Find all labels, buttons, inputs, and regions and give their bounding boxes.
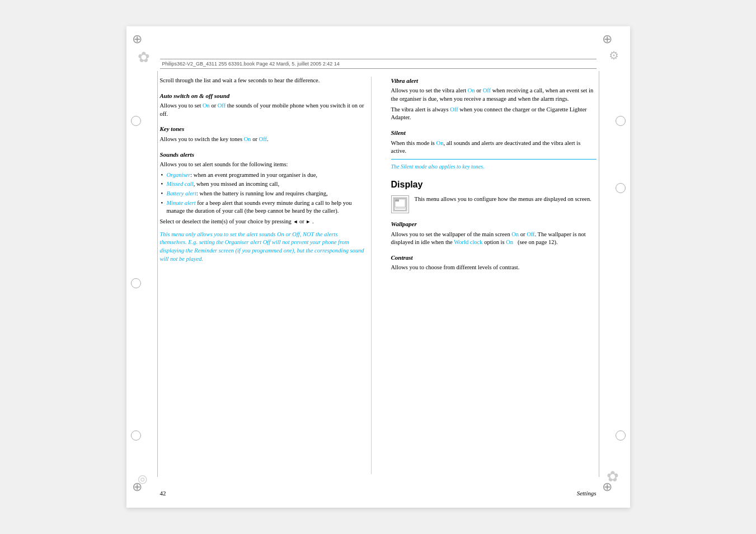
section-title-auto-switch: Auto switch on & off sound — [160, 92, 365, 100]
list-item-missed-call: Missed call, when you missed an incoming… — [160, 180, 365, 189]
right-column: Vibra alert Allows you to set the vibra … — [388, 77, 597, 474]
key-tones-text: Allows you to switch the key tones On or… — [160, 135, 365, 144]
footer: 42 Settings — [160, 490, 597, 496]
edge-circle-left-mid — [131, 278, 141, 288]
display-icon-text: This menu allows you to configure how th… — [415, 195, 591, 204]
silent-text: When this mode is On, all sounds and ale… — [391, 139, 597, 156]
select-deselect-text: Select or deselect the item(s) of your c… — [160, 218, 365, 226]
section-title-sounds-alerts: Sounds alerts — [160, 151, 365, 159]
display-icon-svg — [392, 196, 408, 212]
note-on: On — [277, 231, 284, 237]
footer-section-label: Settings — [577, 490, 597, 496]
note-off: Off — [292, 231, 299, 237]
vibra-off: Off — [483, 87, 491, 93]
book-page: ⊕ ⊕ ⊕ ⊕ ✿ ◎ ⚙ ✿ Philips362-V2_GB_4311 25… — [126, 26, 630, 508]
silent-divider — [391, 159, 597, 160]
decorative-snowflake-tl: ✿ — [138, 49, 150, 66]
key-tones-on: On — [244, 136, 251, 142]
svg-rect-1 — [395, 199, 405, 207]
section-title-display: Display — [391, 179, 597, 191]
decorative-snowflake-br: ✿ — [607, 468, 619, 485]
list-item-organiser: Organiser: when an event programmed in y… — [160, 171, 365, 180]
vibra-alert-text1: Allows you to set the vibra alert On or … — [391, 87, 597, 103]
missed-call-label: Missed call — [167, 181, 194, 187]
vibra-always-off: Off — [450, 106, 458, 113]
vibra-on: On — [468, 87, 475, 93]
section-title-silent: Silent — [391, 129, 597, 137]
section-title-contrast: Contrast — [391, 254, 597, 262]
footer-page-number: 42 — [160, 490, 166, 496]
italic-note: This menu only allows you to set the ale… — [160, 231, 365, 264]
wallpaper-text: Allows you to set the wallpaper of the m… — [391, 231, 597, 247]
silent-note: The Silent mode also applies to key tone… — [391, 163, 597, 171]
display-icon-row: This menu allows you to configure how th… — [391, 195, 597, 213]
sounds-alerts-list: Organiser: when an event programmed in y… — [160, 171, 365, 216]
list-item-minute-alert: Minute alert for a beep alert that sound… — [160, 199, 365, 216]
auto-switch-on: On — [203, 102, 210, 109]
wallpaper-on: On — [511, 231, 519, 237]
note-organiser: Organiser — [225, 239, 249, 245]
list-item-battery-alert: Battery alert: when the battery is runni… — [160, 190, 365, 198]
vline-right — [599, 71, 599, 477]
vibra-alert-text2: The vibra alert is always Off when you c… — [391, 106, 597, 122]
world-clock-on: On — [506, 239, 513, 245]
section-title-vibra-alert: Vibra alert — [391, 77, 597, 85]
nav-right-arrow: ► — [306, 218, 311, 226]
page-container: ⊕ ⊕ ⊕ ⊕ ✿ ◎ ⚙ ✿ Philips362-V2_GB_4311 25… — [0, 0, 756, 534]
section-title-wallpaper: Wallpaper — [391, 220, 597, 228]
edge-circle-left-top — [131, 116, 141, 126]
organiser-label: Organiser — [167, 172, 191, 178]
key-tones-off: Off — [259, 136, 267, 142]
auto-switch-off: Off — [218, 102, 226, 109]
header-text: Philips362-V2_GB_4311 255 63391.book Pag… — [162, 61, 340, 67]
content-area: Scroll through the list and wait a few s… — [160, 77, 597, 474]
edge-circle-right-top — [616, 116, 626, 126]
svg-rect-0 — [393, 198, 407, 211]
decorative-snowflake-tr: ⚙ — [609, 49, 619, 62]
battery-alert-label: Battery alert — [167, 190, 196, 196]
decorative-snowflake-bl: ◎ — [138, 472, 147, 485]
contrast-text: Allows you to choose from different leve… — [391, 264, 597, 272]
wallpaper-off: Off — [527, 231, 534, 237]
sounds-alerts-text: Allows you to set alert sounds for the f… — [160, 161, 365, 169]
left-column: Scroll through the list and wait a few s… — [160, 77, 372, 474]
vline-left — [157, 71, 158, 477]
silent-on: On — [436, 140, 444, 146]
intro-text: Scroll through the list and wait a few s… — [160, 77, 365, 85]
note-off2: Off — [263, 239, 270, 245]
auto-switch-text: Allows you to set On or Off the sounds o… — [160, 102, 365, 118]
svg-rect-2 — [395, 199, 399, 202]
world-clock-label: World clock — [454, 239, 482, 245]
section-title-key-tones: Key tones — [160, 125, 365, 133]
note-reminder: Reminder — [194, 247, 217, 254]
header-bar: Philips362-V2_GB_4311 255 63391.book Pag… — [160, 59, 597, 69]
edge-circle-left-bot — [131, 430, 141, 441]
minute-alert-label: Minute alert — [167, 200, 196, 206]
nav-left-arrow: ◄ — [293, 218, 298, 226]
display-icon — [391, 195, 409, 213]
edge-circle-right-mid — [616, 183, 626, 193]
edge-circle-right-bot — [616, 430, 626, 441]
